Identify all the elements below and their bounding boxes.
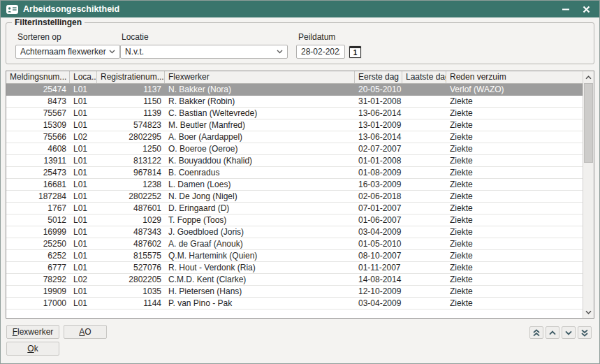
cell-laatste-dag [402,203,446,214]
arbeidsongeschiktheid-dialog: Arbeidsongeschiktheid Filterinstellingen… [0,0,600,364]
table-row[interactable]: 5012L011029T. Foppe (Toos)01-06-2007Ziek… [6,214,583,226]
table-body: 25474L011137N. Bakker (Nora)20-05-2010Ve… [6,84,583,310]
cell-meldingsnummer: 25473 [6,167,70,178]
cell-locatie: L01 [70,108,97,119]
chevron-down-icon [277,50,283,54]
table-row[interactable]: 13911L01813122K. Bouyaddou (Khalid)01-01… [6,155,583,167]
cell-registratienummer: 1029 [97,214,165,226]
sorteren-op-value: Achternaam flexwerker [20,47,106,57]
table-row[interactable]: 19909L011035H. Pietersen (Hans)12-10-200… [6,286,583,298]
cell-eerste-dag: 07-01-2007 [355,203,402,214]
close-icon [583,6,590,13]
scrollbar-thumb[interactable] [584,83,593,163]
column-header-registratienummer[interactable]: Registratienum... [97,71,165,83]
cell-eerste-dag: 14-08-2014 [355,274,402,285]
cell-reden-verzuim: Ziekte [446,286,583,297]
cell-registratienummer: 967814 [97,167,165,178]
column-header-eerste-dag[interactable]: Eerste dag [355,71,402,83]
minimize-icon [562,5,570,13]
cell-reden-verzuim: Ziekte [446,131,583,143]
cell-laatste-dag [402,108,446,119]
column-header-reden-verzuim[interactable]: Reden verzuim [446,71,583,83]
cell-locatie: L01 [70,298,97,309]
cell-reden-verzuim: Ziekte [446,226,583,238]
cell-locatie: L01 [70,262,97,273]
table-row[interactable]: 15309L01574823M. Beutler (Manfred)13-01-… [6,119,583,131]
cell-laatste-dag [402,238,446,249]
cell-locatie: L01 [70,214,97,226]
table-row[interactable]: 78292L022802205C.M.D. Kent (Clarke)14-08… [6,274,583,286]
last-record-button[interactable] [578,326,592,339]
cell-flexwerker: Q.M. Hartemink (Quien) [165,250,355,261]
double-chevron-down-icon [581,329,588,337]
close-button[interactable] [578,2,594,16]
scroll-down-button[interactable] [583,307,594,317]
cell-eerste-dag: 03-04-2009 [355,226,402,238]
cell-locatie: L01 [70,155,97,166]
cell-laatste-dag [402,84,446,95]
table-row[interactable]: 25474L011137N. Bakker (Nora)20-05-2010Ve… [6,84,583,96]
cell-registratienummer: 1035 [97,286,165,297]
double-chevron-up-icon [533,329,540,337]
previous-record-button[interactable] [546,326,559,339]
cell-meldingsnummer: 25250 [6,238,70,249]
minimize-button[interactable] [558,2,573,16]
flexwerker-button[interactable]: Flexwerker [6,325,59,339]
cell-eerste-dag: 13-06-2014 [355,108,402,119]
vertical-scrollbar[interactable] [583,71,594,318]
first-record-button[interactable] [529,326,543,339]
ao-button[interactable]: AO [64,325,107,339]
cell-locatie: L02 [70,131,97,143]
column-header-laatste-dag[interactable]: Laatste dag [402,71,446,83]
sorteren-op-label: Sorteren op [17,32,61,42]
locatie-select[interactable]: N.v.t. [120,45,288,59]
cell-flexwerker: L. Damen (Loes) [165,179,355,190]
cell-reden-verzuim: Ziekte [446,274,583,285]
table-row[interactable]: 16999L01487343J. Goedbloed (Joris)03-04-… [6,226,583,238]
table-row[interactable]: 6777L01527076R. Hout - Verdonk (Ria)01-1… [6,262,583,274]
locatie-value: N.v.t. [125,47,274,57]
cell-meldingsnummer: 16999 [6,226,70,238]
ok-button[interactable]: Ok [6,342,59,356]
table-row[interactable]: 25473L01967814B. Coenradus01-08-2009Ziek… [6,167,583,179]
cell-registratienummer: 1250 [97,143,165,154]
cell-reden-verzuim: Ziekte [446,96,583,107]
peildatum-value: 28-02-2022 [301,47,340,57]
cell-flexwerker: P. van Pino - Pak [165,298,355,309]
table-row[interactable]: 17000L011144P. van Pino - Pak03-04-2009Z… [6,298,583,310]
table-row[interactable]: 75567L011139C. Bastian (Weltevrede)13-06… [6,108,583,119]
table-row[interactable]: 25250L01487602A. de Graaf (Anouk)01-05-2… [6,238,583,250]
peildatum-input[interactable]: 28-02-2022 [296,45,345,59]
table-row[interactable]: 75566L022802295A. Boer (Aardappel)13-06-… [6,131,583,143]
chevron-up-icon [585,75,592,80]
cell-locatie: L01 [70,238,97,249]
cell-reden-verzuim: Ziekte [446,203,583,214]
table-row[interactable]: 4608L011250O. Boeroe (Oeroe)02-07-2007Zi… [6,143,583,155]
column-header-flexwerker[interactable]: Flexwerker [165,71,355,83]
cell-eerste-dag: 08-10-2007 [355,250,402,261]
cell-meldingsnummer: 1767 [6,203,70,214]
cell-reden-verzuim: Ziekte [446,214,583,226]
cell-laatste-dag [402,250,446,261]
filter-group-label: Filterinstellingen [12,17,85,27]
cell-eerste-dag: 01-05-2010 [355,238,402,249]
table-row[interactable]: 187284L012802252N. De Jong (Nigel)02-06-… [6,191,583,203]
cell-reden-verzuim: Verlof (WAZO) [446,84,583,95]
scroll-up-button[interactable] [583,72,594,82]
locatie-label: Locatie [122,32,149,42]
cell-eerste-dag: 01-11-2007 [355,262,402,273]
next-record-button[interactable] [562,326,576,339]
table-row[interactable]: 6252L01815575Q.M. Hartemink (Quien)08-10… [6,250,583,262]
table-row[interactable]: 8473L011150R. Bakker (Robin)31-01-2008Zi… [6,96,583,108]
table-row[interactable]: 16681L011238L. Damen (Loes)16-03-2009Zie… [6,179,583,191]
date-picker-button[interactable]: 1 [349,46,361,58]
cell-eerste-dag: 01-08-2009 [355,167,402,178]
table-row[interactable]: 1767L01487601D. Eringaard (D)07-01-2007Z… [6,203,583,214]
column-header-meldingsnummer[interactable]: Meldingsnum... [6,71,70,83]
cell-flexwerker: C.M.D. Kent (Clarke) [165,274,355,285]
column-header-locatie[interactable]: Loca... [70,71,97,83]
cell-meldingsnummer: 6252 [6,250,70,261]
cell-eerste-dag: 31-01-2008 [355,96,402,107]
verzuim-table: Meldingsnum...Loca...Registratienum...Fl… [6,71,594,319]
sorteren-op-select[interactable]: Achternaam flexwerker [15,45,120,59]
